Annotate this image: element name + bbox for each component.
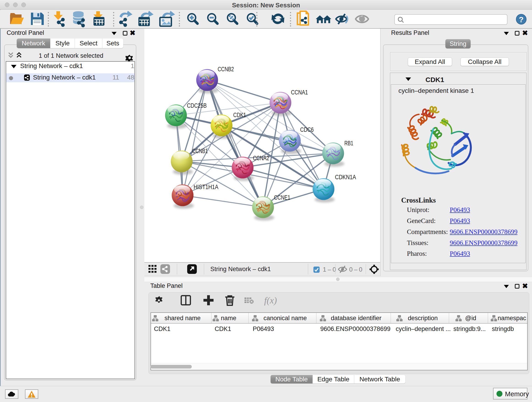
svg-text:RB1: RB1 [344,140,353,147]
svg-text:CCNE1: CCNE1 [274,194,290,201]
svg-text:CCNB2: CCNB2 [218,66,234,73]
svg-text:CDC25B: CDC25B [187,102,207,109]
svg-text:CDK1: CDK1 [233,112,246,119]
svg-text:HIST1H1A: HIST1H1A [194,184,218,191]
svg-text:CCNB1: CCNB1 [192,148,208,154]
svg-text:CDKN1A: CDKN1A [335,174,356,181]
svg-text:CCNA1: CCNA1 [291,89,308,96]
svg-text:CCNA2: CCNA2 [253,155,269,162]
svg-text:CDC6: CDC6 [300,126,314,133]
svg-text:f(x): f(x) [264,295,277,306]
